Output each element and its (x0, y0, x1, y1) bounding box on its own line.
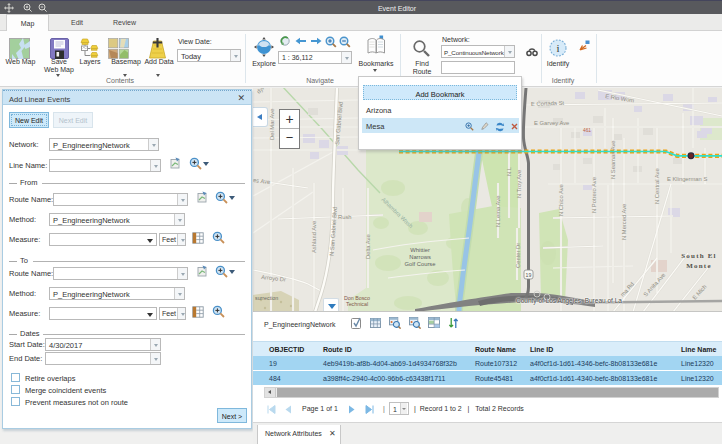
svg-text:N Chico Ave: N Chico Ave (558, 184, 564, 216)
svg-text:E Cortada St: E Cortada St (531, 100, 565, 107)
svg-text:E Garvey Ave: E Garvey Ave (534, 120, 569, 126)
svg-text:Del Mar Ave: Del Mar Ave (269, 109, 275, 140)
svg-text:N L: N L (506, 166, 512, 176)
svg-text:N Troy Ave: N Troy Ave (516, 170, 522, 198)
svg-text:surrection: surrection (255, 295, 278, 301)
svg-text:19: 19 (526, 272, 532, 278)
svg-text:N Seaman Ave: N Seaman Ave (610, 140, 616, 179)
svg-text:E Klingerman S: E Klingerman S (667, 176, 707, 182)
svg-text:Monte: Monte (686, 262, 711, 270)
svg-text:N Potrero Ave: N Potrero Ave (591, 177, 597, 213)
svg-text:Technical: Technical (346, 301, 368, 307)
svg-text:Ashland Ave: Ashland Ave (311, 221, 317, 253)
svg-text:N Merced Ave: N Merced Ave (621, 204, 627, 240)
svg-text:Narrows: Narrows (409, 254, 431, 260)
svg-text:Golf Course: Golf Course (405, 261, 436, 267)
svg-text:Whittier: Whittier (410, 247, 430, 253)
svg-text:N Central Ave: N Central Ave (654, 168, 660, 204)
svg-text:461: 461 (583, 128, 591, 133)
svg-text:Delta Ave: Delta Ave (365, 234, 371, 259)
svg-text:South El: South El (681, 252, 716, 260)
svg-text:i: i (556, 42, 559, 54)
svg-text:Center Dr: Center Dr (515, 243, 521, 268)
svg-text:N Lema Ave: N Lema Ave (495, 196, 501, 227)
svg-text:Rush: Rush (338, 214, 352, 220)
